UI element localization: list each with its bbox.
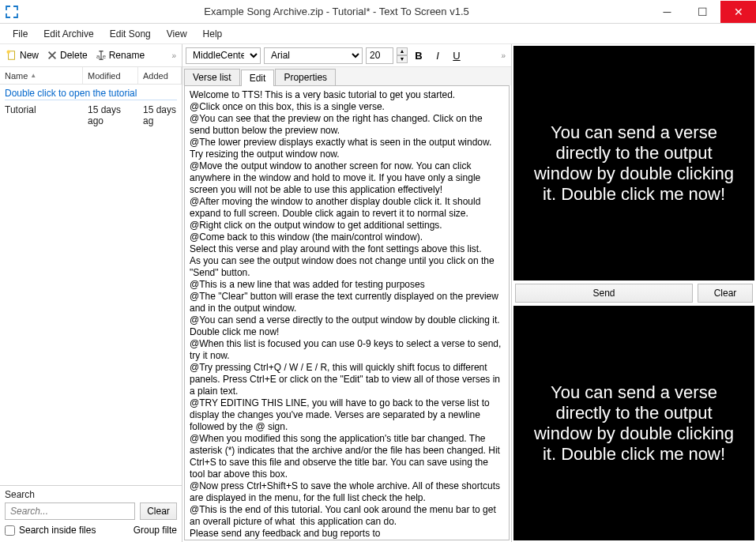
maximize-button[interactable]: ☐ xyxy=(685,1,720,23)
new-button[interactable]: New xyxy=(3,48,42,62)
songs-list[interactable]: Double click to open the tutorial Tutori… xyxy=(0,85,182,485)
underline-button[interactable]: U xyxy=(449,47,465,63)
clear-output-button[interactable]: Clear xyxy=(698,284,753,303)
preview-lower[interactable]: You can send a verse directly to the out… xyxy=(513,306,754,540)
tab-verse-list[interactable]: Verse list xyxy=(184,69,240,85)
fullscreen-icon[interactable] xyxy=(0,0,24,24)
minimize-button[interactable]: ─ xyxy=(649,1,685,23)
search-input[interactable] xyxy=(5,502,135,520)
column-name[interactable]: Name ▲ xyxy=(0,67,83,84)
format-overflow-icon[interactable]: » xyxy=(498,51,508,60)
column-added[interactable]: Added xyxy=(138,67,182,84)
svg-text:a: a xyxy=(96,53,100,60)
font-size-spinner[interactable]: ▲▼ xyxy=(397,47,408,63)
menubar: File Edit Archive Edit Song View Help xyxy=(0,24,756,44)
svg-point-1 xyxy=(6,50,9,53)
window-title: Example Song Archive.zip - Tutorial* - T… xyxy=(24,6,649,17)
group-filter-link[interactable]: Group filte xyxy=(134,525,177,536)
tutorial-hint[interactable]: Double click to open the tutorial xyxy=(0,85,182,102)
preview-pane: You can send a verse directly to the out… xyxy=(512,44,756,542)
send-button[interactable]: Send xyxy=(515,284,693,303)
font-size-input[interactable] xyxy=(366,47,393,64)
close-button[interactable]: ✕ xyxy=(720,1,756,23)
editor-tabs: Verse list Edit Properties xyxy=(182,67,511,85)
left-pane: New Delete ae Rename » Name ▲ Modified A… xyxy=(0,44,182,542)
tab-properties[interactable]: Properties xyxy=(275,69,336,85)
rename-button[interactable]: ae Rename xyxy=(92,48,148,62)
toolbar-overflow-icon[interactable]: » xyxy=(169,51,179,60)
editor-textarea[interactable]: Welcome to TTS! This is a very basic tut… xyxy=(184,85,510,540)
preview-upper[interactable]: You can send a verse directly to the out… xyxy=(513,46,754,280)
new-icon xyxy=(6,50,17,61)
delete-icon xyxy=(47,50,58,61)
sort-asc-icon: ▲ xyxy=(30,72,36,79)
titlebar: Example Song Archive.zip - Tutorial* - T… xyxy=(0,0,756,24)
menu-view[interactable]: View xyxy=(160,26,194,42)
menu-file[interactable]: File xyxy=(6,26,34,42)
list-item[interactable]: Tutorial 15 days ago 15 days ag xyxy=(0,102,182,129)
svg-text:e: e xyxy=(102,53,106,60)
italic-button[interactable]: I xyxy=(430,47,446,63)
search-clear-button[interactable]: Clear xyxy=(140,502,177,520)
menu-edit-archive[interactable]: Edit Archive xyxy=(37,26,100,42)
format-toolbar: MiddleCenter Arial ▲▼ B I U » xyxy=(182,44,511,67)
menu-edit-song[interactable]: Edit Song xyxy=(103,26,157,42)
songs-toolbar: New Delete ae Rename » xyxy=(0,44,182,67)
search-inside-checkbox[interactable]: Search inside files xyxy=(5,525,96,536)
search-label: Search xyxy=(5,489,177,500)
rename-icon: ae xyxy=(96,50,107,61)
delete-button[interactable]: Delete xyxy=(43,48,91,62)
search-section: Search Clear Search inside files Group f… xyxy=(0,485,182,542)
bold-button[interactable]: B xyxy=(411,47,427,63)
menu-help[interactable]: Help xyxy=(197,26,229,42)
alignment-select[interactable]: MiddleCenter xyxy=(186,47,261,64)
tab-edit[interactable]: Edit xyxy=(241,70,275,86)
column-modified[interactable]: Modified xyxy=(83,67,138,84)
editor-pane: MiddleCenter Arial ▲▼ B I U » Verse list… xyxy=(182,44,512,542)
songs-list-header: Name ▲ Modified Added xyxy=(0,67,182,85)
font-select[interactable]: Arial xyxy=(264,47,363,64)
